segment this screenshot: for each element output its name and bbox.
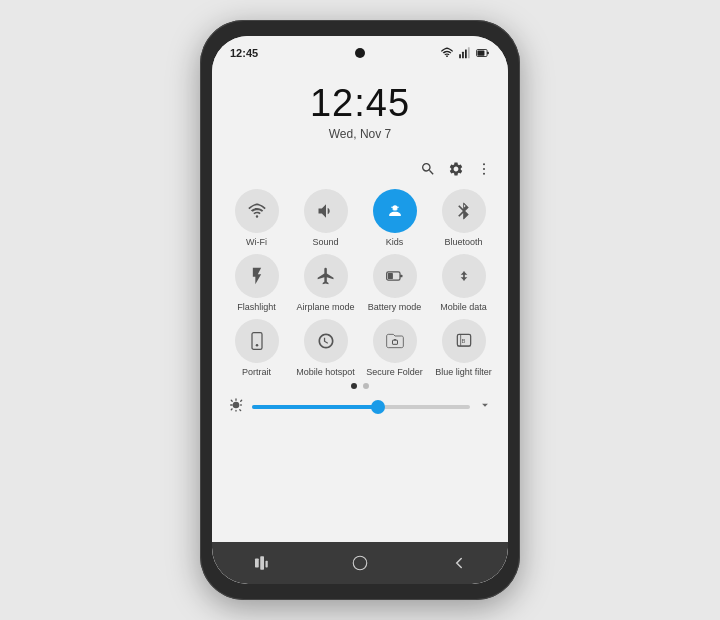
status-time: 12:45 <box>230 47 258 59</box>
brightness-expand-button[interactable] <box>478 398 492 416</box>
home-button[interactable] <box>351 554 369 572</box>
svg-point-17 <box>255 344 258 347</box>
svg-rect-23 <box>266 561 268 568</box>
svg-text:B: B <box>461 337 465 343</box>
qs-icon-kids <box>373 189 417 233</box>
qs-label-flashlight: Flashlight <box>237 302 276 313</box>
svg-rect-16 <box>252 332 262 349</box>
svg-point-9 <box>483 173 485 175</box>
pagination-dot-2 <box>363 383 369 389</box>
svg-rect-22 <box>261 556 265 570</box>
qs-tile-kids[interactable]: Kids <box>362 189 427 248</box>
recents-button[interactable] <box>252 554 270 572</box>
quick-panel: Wi-Fi Sound Kids <box>212 155 508 542</box>
qs-label-bluetooth: Bluetooth <box>444 237 482 248</box>
svg-rect-15 <box>387 273 392 279</box>
qs-toolbar <box>224 155 496 189</box>
search-button[interactable] <box>420 161 436 181</box>
brightness-row <box>224 393 496 423</box>
phone-frame: 12:45 12:45 Wed, Nov 7 <box>200 20 520 600</box>
svg-rect-18 <box>392 340 397 344</box>
qs-icon-securefolder <box>373 319 417 363</box>
qs-label-battery: Battery mode <box>368 302 422 313</box>
chevron-down-icon <box>478 398 492 412</box>
qs-tile-battery[interactable]: Battery mode <box>362 254 427 313</box>
status-icons <box>440 46 490 60</box>
svg-point-12 <box>397 206 399 208</box>
qs-tile-mobiledata[interactable]: Mobile data <box>431 254 496 313</box>
qs-label-airplane: Airplane mode <box>296 302 354 313</box>
svg-point-10 <box>392 205 397 210</box>
qs-tile-sound[interactable]: Sound <box>293 189 358 248</box>
qs-icon-bluetooth <box>442 189 486 233</box>
airplane-icon <box>316 266 336 286</box>
qs-tile-hotspot[interactable]: Mobile hotspot <box>293 319 358 378</box>
settings-button[interactable] <box>448 161 464 181</box>
qs-label-bluelight: Blue light filter <box>435 367 492 378</box>
more-icon <box>476 161 492 177</box>
brightness-icon <box>228 397 244 417</box>
svg-point-24 <box>353 556 367 570</box>
more-button[interactable] <box>476 161 492 181</box>
svg-rect-0 <box>459 54 461 58</box>
qs-label-wifi: Wi-Fi <box>246 237 267 248</box>
qs-label-kids: Kids <box>386 237 404 248</box>
kids-icon <box>385 201 405 221</box>
clock-area: 12:45 Wed, Nov 7 <box>212 64 508 155</box>
qs-grid: Wi-Fi Sound Kids <box>224 189 496 377</box>
flashlight-icon <box>247 266 267 286</box>
svg-rect-21 <box>255 559 259 568</box>
qs-icon-wifi <box>235 189 279 233</box>
qs-tile-portrait[interactable]: Portrait <box>224 319 289 378</box>
qs-tile-airplane[interactable]: Airplane mode <box>293 254 358 313</box>
qs-icon-hotspot <box>304 319 348 363</box>
qs-label-securefolder: Secure Folder <box>366 367 423 378</box>
qs-label-portrait: Portrait <box>242 367 271 378</box>
camera-notch <box>355 48 365 58</box>
back-button[interactable] <box>450 554 468 572</box>
battery-status-icon <box>476 46 490 60</box>
bluetooth-icon <box>454 201 474 221</box>
nav-bar <box>212 542 508 584</box>
qs-tile-flashlight[interactable]: Flashlight <box>224 254 289 313</box>
qs-tile-securefolder[interactable]: Secure Folder <box>362 319 427 378</box>
pagination-dot-1 <box>351 383 357 389</box>
svg-rect-5 <box>487 52 489 54</box>
home-icon <box>351 554 369 572</box>
qs-icon-battery <box>373 254 417 298</box>
svg-rect-2 <box>465 50 467 59</box>
svg-rect-1 <box>462 52 464 58</box>
battery-mode-icon <box>385 266 405 286</box>
pagination <box>224 383 496 389</box>
mobiledata-icon <box>454 266 474 286</box>
clock-time: 12:45 <box>310 82 410 125</box>
qs-icon-portrait <box>235 319 279 363</box>
wifi-status-icon <box>440 46 454 60</box>
search-icon <box>420 161 436 177</box>
svg-rect-3 <box>468 47 470 58</box>
qs-label-hotspot: Mobile hotspot <box>296 367 355 378</box>
secure-folder-icon <box>385 331 405 351</box>
bluelight-icon: B <box>454 331 474 351</box>
gear-icon <box>448 161 464 177</box>
qs-icon-flashlight <box>235 254 279 298</box>
portrait-icon <box>247 331 267 351</box>
qs-label-sound: Sound <box>312 237 338 248</box>
qs-tile-bluetooth[interactable]: Bluetooth <box>431 189 496 248</box>
svg-rect-14 <box>400 275 403 278</box>
brightness-thumb[interactable] <box>371 400 385 414</box>
qs-tile-bluelight[interactable]: B Blue light filter <box>431 319 496 378</box>
svg-point-7 <box>483 163 485 165</box>
qs-icon-bluelight: B <box>442 319 486 363</box>
back-icon <box>450 554 468 572</box>
qs-tile-wifi[interactable]: Wi-Fi <box>224 189 289 248</box>
svg-point-8 <box>483 168 485 170</box>
sound-icon <box>316 201 336 221</box>
qs-icon-airplane <box>304 254 348 298</box>
signal-icon <box>458 46 472 60</box>
phone-screen: 12:45 12:45 Wed, Nov 7 <box>212 36 508 584</box>
brightness-fill <box>252 405 378 409</box>
svg-point-11 <box>391 206 393 208</box>
brightness-slider[interactable] <box>252 405 470 409</box>
recents-icon <box>252 554 270 572</box>
